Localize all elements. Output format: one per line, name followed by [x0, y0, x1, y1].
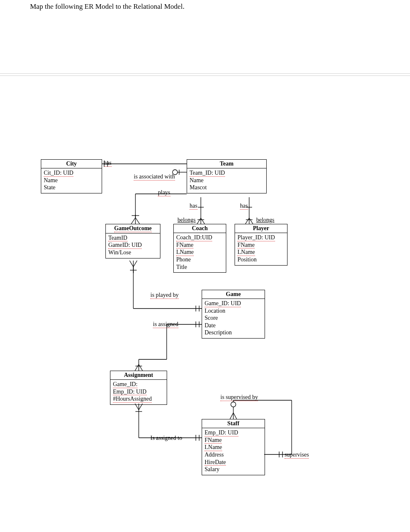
connector-lines	[0, 0, 410, 532]
svg-line-41	[135, 404, 139, 410]
svg-line-38	[139, 364, 142, 371]
svg-line-20	[245, 218, 249, 224]
svg-point-3	[172, 170, 178, 175]
svg-line-15	[197, 218, 201, 224]
svg-line-37	[135, 364, 139, 371]
svg-line-10	[135, 218, 140, 224]
svg-line-21	[249, 218, 253, 224]
er-diagram: City Cit_ID: UID Name State Team Team_ID…	[0, 0, 410, 532]
svg-line-49	[230, 413, 233, 419]
svg-point-48	[231, 402, 236, 407]
svg-line-9	[131, 218, 135, 224]
svg-line-25	[133, 261, 137, 267]
svg-line-50	[233, 413, 237, 419]
svg-line-16	[201, 218, 205, 224]
svg-line-42	[139, 404, 142, 410]
svg-line-24	[130, 261, 133, 267]
